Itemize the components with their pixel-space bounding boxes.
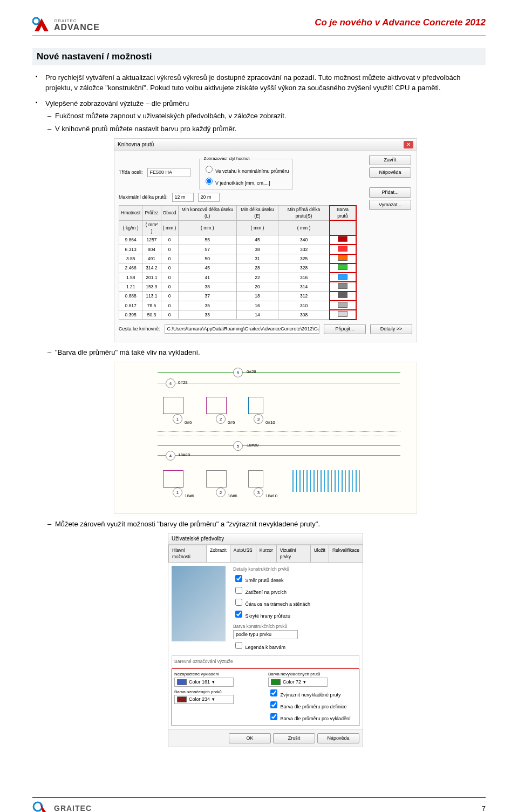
dialog-title: Knihovna prutů [118,141,154,149]
label: Barva nevykladěných prutů [268,671,357,678]
steel-select[interactable]: FE500 HA [147,168,190,177]
callout-bubble: 3 [254,414,263,424]
dialog-bar-library: Knihovna prutů ✕ Zavřít Nápověda Přidat.… [114,138,417,342]
body-text: Pro rychlejší vytváření a aktualizaci vý… [45,73,486,93]
checkbox[interactable]: Legenda k barvám [233,640,358,651]
checkbox[interactable]: Směr prutů desek [233,573,358,584]
callout-bubble: 4 [166,378,175,388]
callout-bubble: 3 [254,488,263,497]
tab[interactable]: Kurzor [256,545,277,562]
group-label: Detaily konstrukčních prvků [233,566,358,572]
callout-bubble: 2 [216,488,226,497]
details-button[interactable]: Detaily >> [370,324,412,334]
checkbox[interactable]: Skryté hrany průřezu [233,609,358,620]
cancel-button[interactable]: Zrušit [273,733,315,743]
checkbox[interactable]: Barva dle průměru pro vykladění [268,712,357,722]
checkbox[interactable]: Zatížení na prvcích [233,585,358,596]
tab[interactable]: Uložit [310,545,329,562]
footer-logo: GRAITEC [32,800,92,812]
maxlen-label: Maximální délka prutů: [119,194,168,201]
body-text: Můžete zároveň využít možnosti "barvy dl… [55,519,486,529]
body-text: Fukčnost můžete zapnout v uživatelských … [55,111,486,121]
tab-bar[interactable]: Hlavní možnostiZobrazitAutoUSSKurzorVizu… [168,545,363,563]
radio-group-label: Zobrazovací styl hodnot [203,155,251,162]
tab[interactable]: Vizuální prvky [276,545,311,562]
drawing-preview: 5 0#28 4 0#28 1 0#6 2 0#6 3 0#10 5 18#28 [114,362,417,514]
svg-point-1 [33,802,42,811]
color-mode-select[interactable]: podle typu prvku [233,630,298,639]
callout-bubble: 5 [233,441,243,451]
help-button[interactable]: Nápověda [369,167,411,178]
path-input[interactable]: C:\Users\tamara\AppData\Roaming\Graitec\… [165,324,319,334]
section-heading: Nové nastavení / možnosti [32,48,486,65]
page-title: Co je nového v Advance Concrete 2012 [315,17,486,28]
color-select[interactable]: Color 234 ▾ [174,695,234,704]
page-number: 7 [482,804,486,813]
path-label: Cesta ke knihovně: [119,326,160,333]
callout-bubble: 1 [173,414,182,424]
group-label: Barva konstrukčních prvků [233,623,358,630]
logo-mark [32,17,51,33]
svg-point-0 [33,18,39,24]
checkbox[interactable]: Zvýraznit nevykladěné pruty [268,688,357,699]
color-select[interactable]: Color 72 ▾ [268,678,328,687]
radio-units[interactable]: V jednotkách [mm, cm,...] [203,176,289,187]
callout-bubble: 2 [216,414,226,424]
header-divider [32,36,486,36]
brand-logo: GRAITEC ADVANCE [32,17,100,33]
body-text: "Barva dle průměru" má také vliv na vykl… [55,348,486,357]
ok-button[interactable]: OK [229,733,271,743]
preview-image [172,566,226,641]
label: Barva označených prvků [174,689,263,695]
tab[interactable]: Zobrazit [206,545,230,562]
radio-nominal[interactable]: Ve vztahu k nominálnímu průměru [203,164,289,175]
maxlen-input[interactable]: 12 m [172,193,194,202]
body-text: V knihovně prutů můžete nastavit barvu p… [55,124,486,134]
label: Nezapočtené vykladení [174,671,263,678]
brand-name: ADVANCE [54,23,100,32]
bar-table[interactable]: HmotnostPrůřezObvodMin koncová délka úse… [119,205,356,320]
checkbox[interactable]: Čára os na trámech a stěnách [233,597,358,608]
callout-bubble: 1 [173,488,182,497]
dialog-user-prefs: Uživatelské předvolby Hlavní možnostiZob… [168,533,363,747]
tab[interactable]: Rekvalifikace [329,545,363,562]
add-button[interactable]: Přidat... [369,187,411,198]
checkbox[interactable]: Barva dle průměru pro definice [268,700,357,710]
close-button[interactable]: Zavřít [369,155,411,165]
callout-bubble: 4 [166,451,175,461]
footer-divider [32,797,486,798]
group-label: Barevné označování výztuže [172,655,359,667]
tab[interactable]: AutoUSS [230,545,256,562]
delete-button[interactable]: Vymazat... [369,200,411,210]
help-button[interactable]: Nápověda [317,733,359,743]
steel-label: Třída oceli: [119,169,143,176]
maxlen-input[interactable]: 20 m [198,193,220,202]
close-icon[interactable]: ✕ [404,141,413,149]
connect-button[interactable]: Připojit... [324,324,366,334]
body-text: Vylepšené zobrazování výztuže – dle prům… [45,99,189,107]
tab[interactable]: Hlavní možnosti [168,545,207,562]
color-select[interactable]: Color 161 ▾ [174,678,234,687]
callout-bubble: 5 [233,368,243,377]
dialog-title: Uživatelské předvolby [168,533,363,545]
